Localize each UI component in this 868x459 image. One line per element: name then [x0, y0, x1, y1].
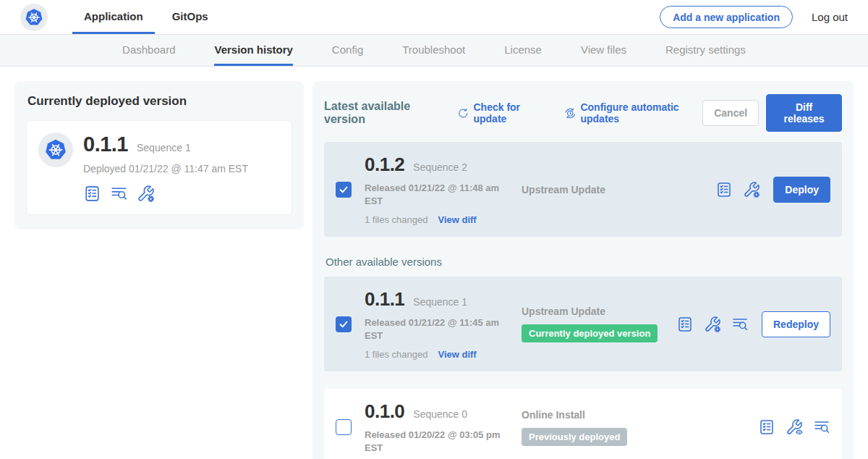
diff-releases-button[interactable]: Diff releases — [766, 94, 842, 132]
app-logo — [38, 132, 73, 167]
sequence-label: Sequence 0 — [413, 408, 467, 420]
app-logo — [20, 4, 48, 31]
currently-deployed-title: Currently deployed version — [27, 94, 292, 109]
sequence-label: Sequence 2 — [413, 161, 467, 173]
redeploy-button[interactable]: Redeploy — [762, 311, 830, 337]
version-checkbox[interactable] — [336, 182, 352, 198]
version-source-label: Online Install — [522, 409, 749, 421]
files-changed-label: 1 files changed — [365, 349, 427, 360]
tab-troubleshoot[interactable]: Troubleshoot — [402, 35, 465, 66]
deployed-version-number: 0.1.1 — [83, 132, 128, 156]
deploy-button[interactable]: Deploy — [773, 177, 830, 203]
currently-deployed-card: Currently deployed version 0.1.1 Sequenc… — [14, 81, 304, 230]
top-nav-tabs: Application GitOps — [72, 0, 220, 34]
version-row-0-1-1: 0.1.1 Sequence 1 Released 01/21/22 @ 11:… — [324, 277, 842, 371]
clock-cycle-icon — [564, 106, 576, 120]
release-notes-icon[interactable] — [758, 418, 775, 436]
checkmark-icon — [337, 318, 350, 331]
edit-config-icon[interactable] — [743, 181, 760, 198]
check-for-update-link[interactable]: Check for update — [457, 101, 545, 125]
version-source-label: Upstream Update — [522, 184, 707, 195]
tab-registry-settings[interactable]: Registry settings — [665, 35, 746, 66]
cancel-button[interactable]: Cancel — [702, 100, 759, 126]
version-history-page: Currently deployed version 0.1.1 Sequenc… — [0, 67, 868, 459]
check-for-update-label: Check for update — [473, 101, 545, 125]
view-diff-link[interactable]: View diff — [438, 214, 476, 225]
released-timestamp: Released 01/21/22 @ 11:48 am EST — [365, 182, 513, 207]
version-number: 0.1.1 — [365, 288, 404, 311]
add-new-application-button[interactable]: Add a new application — [660, 6, 793, 28]
app-sub-nav: Dashboard Version history Config Trouble… — [0, 35, 868, 67]
checkmark-icon — [337, 183, 350, 196]
latest-available-title: Latest available version — [324, 100, 438, 126]
other-available-versions-title: Other available versions — [326, 256, 841, 268]
tab-view-files[interactable]: View files — [581, 35, 626, 66]
files-changed-label: 1 files changed — [365, 214, 427, 225]
version-row-0-1-2: 0.1.2 Sequence 2 Released 01/21/22 @ 11:… — [324, 142, 842, 237]
configure-automatic-updates-label: Configure automatic updates — [580, 101, 702, 125]
preflight-results-icon[interactable] — [813, 418, 830, 436]
tab-license[interactable]: License — [504, 35, 542, 66]
available-versions-panel: Latest available version Check for updat… — [312, 81, 854, 459]
view-config-icon[interactable] — [786, 418, 803, 436]
release-notes-icon[interactable] — [83, 185, 101, 203]
tab-application[interactable]: Application — [72, 0, 155, 34]
version-checkbox[interactable] — [336, 419, 352, 435]
version-number: 0.1.2 — [365, 153, 404, 176]
version-source-label: Upstream Update — [522, 306, 668, 317]
deployed-version-box: 0.1.1 Sequence 1 Deployed 01/21/22 @ 11:… — [26, 120, 292, 215]
deployed-timestamp: Deployed 01/21/22 @ 11:47 am EST — [83, 163, 248, 174]
logout-link[interactable]: Log out — [812, 11, 848, 23]
version-number: 0.1.0 — [365, 400, 404, 423]
view-diff-link[interactable]: View diff — [438, 349, 476, 360]
tab-gitops[interactable]: GitOps — [161, 0, 220, 34]
tab-dashboard[interactable]: Dashboard — [122, 35, 175, 66]
released-timestamp: Released 01/21/22 @ 11:45 am EST — [365, 316, 513, 342]
previously-deployed-badge: Previously deployed — [522, 428, 627, 446]
kubernetes-logo-icon — [43, 138, 68, 162]
currently-deployed-badge: Currently deployed version — [522, 324, 658, 342]
version-row-0-1-0: 0.1.0 Sequence 0 Released 01/20/22 @ 03:… — [324, 389, 842, 459]
sequence-label: Sequence 1 — [413, 296, 467, 308]
refresh-icon — [457, 106, 469, 120]
top-nav: Application GitOps Add a new application… — [0, 0, 868, 35]
preflight-results-icon[interactable] — [731, 316, 749, 333]
edit-config-icon[interactable] — [137, 185, 155, 203]
tab-config[interactable]: Config — [332, 35, 363, 66]
deployed-sequence-label: Sequence 1 — [137, 142, 191, 153]
edit-config-icon[interactable] — [704, 316, 721, 333]
kubernetes-logo-icon — [24, 7, 44, 28]
version-checkbox[interactable] — [336, 316, 352, 332]
preflight-results-icon[interactable] — [110, 185, 128, 203]
configure-automatic-updates-link[interactable]: Configure automatic updates — [564, 101, 702, 125]
release-notes-icon[interactable] — [676, 316, 694, 333]
release-notes-icon[interactable] — [715, 181, 733, 198]
tab-version-history[interactable]: Version history — [214, 35, 292, 66]
released-timestamp: Released 01/20/22 @ 03:05 pm EST — [365, 429, 513, 454]
